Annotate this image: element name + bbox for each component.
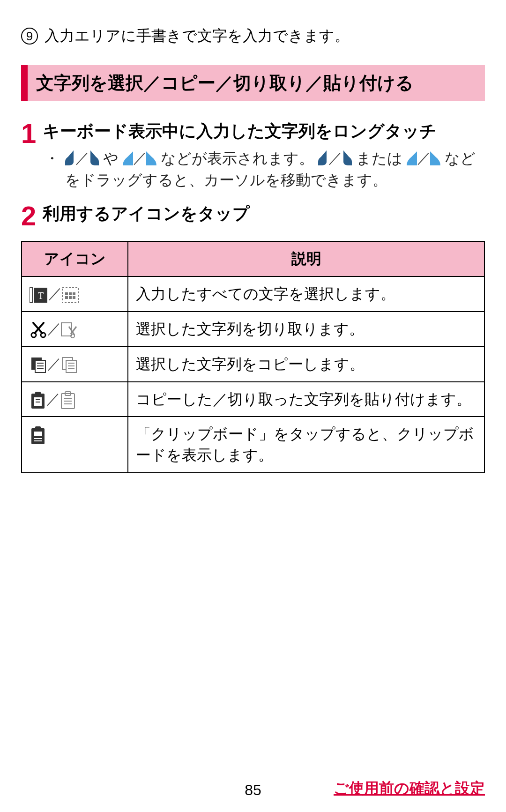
row-2-icon-cell: ／: [22, 312, 128, 347]
svg-rect-8: [69, 296, 72, 299]
row-3-desc: 選択した文字列をコピーします。: [128, 347, 484, 382]
clipboard-history-icon: [30, 425, 46, 445]
section-header: 文字列を選択／コピー／切り取り／貼り付ける: [21, 65, 485, 101]
step-1-bullet: ・ ／ や ／ などが表示されます。 ／: [43, 148, 485, 191]
table-row: ／ 選択した文字列を切り取ります。: [22, 312, 484, 347]
table-row: ／ 選択した文字列をコピーします。: [22, 347, 484, 382]
step-1-title: キーボード表示中に入力した文字列をロングタッチ: [43, 120, 485, 143]
footer-link[interactable]: ご使用前の確認と設定: [334, 778, 485, 799]
row-5-desc: 「クリップボード」をタップすると、クリップボードを表示します。: [128, 417, 484, 473]
right-handle-light-icon: [430, 151, 440, 165]
table-head-icon: アイコン: [22, 241, 128, 276]
cut-scissors-icon: [30, 322, 47, 339]
right-handle-icon: [342, 150, 352, 165]
step-1: 1 キーボード表示中に入力した文字列をロングタッチ ・ ／ や ／ などが表示さ…: [21, 120, 485, 191]
step-1-bullet-text-c: または: [356, 150, 407, 167]
circled-9-icon: 9: [21, 28, 38, 45]
paste-clipboard-alt-icon: [60, 391, 76, 410]
select-all-icon: T: [30, 287, 48, 304]
row-3-icon-cell: ／: [22, 347, 128, 382]
select-all-dashed-icon: [61, 287, 79, 304]
left-handle-icon: [318, 150, 328, 165]
cut-alt-icon: [60, 322, 78, 339]
row-4-desc: コピーした／切り取った文字列を貼り付けます。: [128, 382, 484, 417]
top-note: 9 入力エリアに手書きで文字を入力できます。: [21, 26, 485, 46]
row-1-icon-cell: T ／: [22, 276, 128, 312]
svg-rect-0: [30, 288, 32, 303]
row-2-desc: 選択した文字列を切り取ります。: [128, 312, 484, 347]
svg-rect-39: [35, 426, 41, 430]
svg-text:T: T: [38, 291, 44, 301]
table-row: T ／ 入力したすべての文字を選択します。: [22, 276, 484, 312]
top-note-text: 入力エリアに手書きで文字を入力できます。: [45, 26, 350, 46]
step-1-bullet-text-a: や: [103, 150, 123, 167]
left-handle-light-icon: [407, 151, 417, 165]
table-head-desc: 説明: [128, 241, 484, 276]
svg-rect-9: [73, 296, 75, 299]
svg-rect-29: [35, 392, 41, 395]
step-1-bullet-text-b: などが表示されます。: [161, 150, 314, 167]
table-row: ／ コピーした／切り取った文字列を貼り付けます。: [22, 382, 484, 417]
paste-clipboard-icon: [30, 391, 46, 410]
step-2-title: 利用するアイコンをタップ: [43, 202, 485, 225]
svg-rect-4: [65, 292, 68, 295]
copy-alt-icon: [60, 357, 78, 373]
left-handle-light-icon: [123, 151, 133, 165]
step-2-number: 2: [21, 204, 34, 230]
right-handle-icon: [89, 150, 99, 165]
svg-rect-5: [69, 292, 72, 295]
table-row: 「クリップボード」をタップすると、クリップボードを表示します。: [22, 417, 484, 473]
svg-rect-7: [65, 296, 68, 299]
row-4-icon-cell: ／: [22, 382, 128, 417]
left-handle-icon: [65, 150, 75, 165]
icon-table: アイコン 説明 T ／ 入力したすべての文字を選択します。 ／ 選: [21, 241, 485, 473]
svg-rect-40: [34, 432, 42, 436]
step-2: 2 利用するアイコンをタップ: [21, 202, 485, 230]
svg-line-13: [33, 323, 42, 333]
copy-icon: [30, 357, 47, 373]
bullet-dot-icon: ・: [45, 148, 60, 191]
row-1-desc: 入力したすべての文字を選択します。: [128, 276, 484, 312]
right-handle-light-icon: [146, 151, 156, 165]
row-5-icon-cell: [22, 417, 128, 473]
svg-line-12: [35, 323, 44, 333]
svg-rect-6: [73, 292, 75, 295]
step-1-number: 1: [21, 122, 34, 191]
